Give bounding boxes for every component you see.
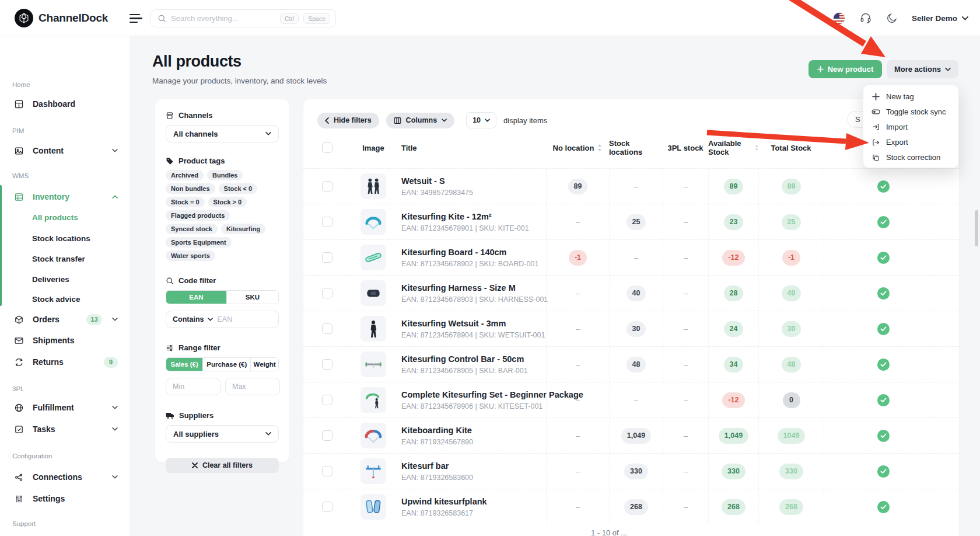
select-all-checkbox[interactable] bbox=[322, 142, 332, 153]
sidebar-item-tasks[interactable]: Tasks bbox=[0, 422, 130, 437]
sidebar-item-dashboard[interactable]: Dashboard bbox=[0, 96, 130, 112]
tag-chip[interactable]: Non bundles bbox=[166, 183, 215, 194]
row-checkbox[interactable] bbox=[322, 430, 332, 441]
product-thumbnail[interactable] bbox=[360, 387, 386, 413]
contains-select[interactable]: Contains bbox=[173, 315, 204, 323]
more-actions-button[interactable]: More actions bbox=[887, 60, 958, 78]
product-thumbnail[interactable] bbox=[360, 209, 386, 235]
global-search[interactable]: Ctrl Space bbox=[150, 9, 336, 27]
clear-all-filters-button[interactable]: Clear all filters bbox=[166, 458, 279, 473]
sidebar-item-returns[interactable]: Returns 9 bbox=[0, 354, 130, 370]
max-input[interactable] bbox=[225, 378, 280, 395]
tag-chip[interactable]: Bundles bbox=[207, 170, 243, 180]
col-header-no-location[interactable]: No location bbox=[546, 144, 609, 152]
tag-chip[interactable]: Water sports bbox=[166, 250, 215, 261]
sidebar-item-stock-locations[interactable]: Stock locations bbox=[0, 231, 130, 246]
tag-chip[interactable]: Stock = 0 bbox=[166, 197, 205, 207]
col-header-3pl-stock[interactable]: 3PL stock bbox=[663, 144, 708, 152]
purchase-tab[interactable]: Purchase (€) bbox=[202, 358, 250, 371]
product-title[interactable]: Kitesurfing Control Bar - 50cm bbox=[401, 354, 546, 364]
sidebar-item-inventory[interactable]: Inventory bbox=[0, 189, 130, 204]
suppliers-select[interactable]: All suppliers bbox=[166, 425, 279, 443]
row-checkbox[interactable] bbox=[322, 181, 332, 192]
min-input[interactable] bbox=[166, 378, 220, 395]
support-headset-icon[interactable] bbox=[859, 12, 872, 25]
sales-tab[interactable]: Sales (€) bbox=[166, 358, 202, 371]
tag-chip[interactable]: Kitesurfing bbox=[221, 224, 265, 234]
stock-locations-value: 40 bbox=[626, 286, 646, 301]
sidebar-item-all-products[interactable]: All products bbox=[0, 210, 130, 225]
chevron-down-icon bbox=[112, 149, 118, 152]
sidebar-item-deliveries[interactable]: Deliveries bbox=[0, 272, 130, 287]
tag-chip[interactable]: Archived bbox=[166, 170, 204, 180]
product-thumbnail[interactable] bbox=[360, 280, 386, 306]
tag-chip[interactable]: Stock < 0 bbox=[219, 183, 258, 194]
product-title[interactable]: Complete Kitesurfing Set - Beginner Pack… bbox=[401, 390, 546, 399]
row-checkbox[interactable] bbox=[322, 466, 332, 476]
row-checkbox[interactable] bbox=[322, 359, 332, 370]
channeldock-logo[interactable]: ChannelDock bbox=[15, 9, 108, 27]
columns-button[interactable]: Columns bbox=[386, 113, 454, 128]
weight-tab[interactable]: Weight bbox=[250, 358, 278, 371]
sku-tab[interactable]: SKU bbox=[226, 291, 278, 304]
search-input[interactable] bbox=[171, 14, 275, 23]
scrollbar-thumb[interactable] bbox=[975, 210, 978, 246]
row-checkbox[interactable] bbox=[322, 323, 332, 334]
user-menu[interactable]: Seller Demo bbox=[912, 14, 968, 23]
tag-chip[interactable]: Flagged products bbox=[166, 210, 230, 221]
ean-filter-input[interactable] bbox=[217, 315, 272, 323]
topbar: ChannelDock Ctrl Space Seller Demo bbox=[0, 0, 980, 36]
product-title[interactable]: Kitesurfing Kite - 12m² bbox=[401, 212, 546, 221]
product-title[interactable]: Kitesurf bar bbox=[401, 461, 546, 471]
product-title[interactable]: Wetsuit - S bbox=[401, 176, 546, 186]
page-size-select[interactable]: 10 bbox=[466, 112, 496, 128]
sidebar-item-fulfillment[interactable]: Fulfillment bbox=[0, 400, 130, 415]
no-location-value: -1 bbox=[569, 250, 587, 266]
col-header-available-stock[interactable]: Available Stock bbox=[708, 139, 758, 156]
sidebar-item-stock-advice[interactable]: Stock advice bbox=[0, 291, 130, 307]
product-title[interactable]: Kiteboarding Kite bbox=[401, 426, 546, 435]
tag-chip[interactable]: Sports Equipment bbox=[166, 237, 232, 248]
row-checkbox[interactable] bbox=[322, 288, 332, 298]
menu-item-toggle-stock-sync[interactable]: Toggle stock sync bbox=[863, 104, 958, 119]
menu-item-stock-correction[interactable]: Stock correction bbox=[863, 150, 958, 165]
row-checkbox[interactable] bbox=[322, 502, 332, 512]
sidebar-item-shipments[interactable]: Shipments bbox=[0, 333, 130, 348]
menu-item-import[interactable]: Import bbox=[863, 119, 958, 134]
sidebar-item-connections[interactable]: Connections bbox=[0, 469, 130, 485]
product-thumbnail[interactable] bbox=[360, 423, 386, 448]
product-thumbnail[interactable] bbox=[360, 458, 386, 484]
channels-select[interactable]: All channels bbox=[166, 125, 279, 142]
product-thumbnail[interactable] bbox=[360, 245, 386, 270]
ean-tab[interactable]: EAN bbox=[166, 291, 226, 304]
sidebar-item-stock-transfer[interactable]: Stock transfer bbox=[0, 251, 130, 266]
menu-item-export[interactable]: Export bbox=[863, 135, 958, 150]
menu-item-new-tag[interactable]: New tag bbox=[863, 89, 958, 104]
filters-panel: Channels All channels Product tags Archi… bbox=[155, 99, 289, 462]
sidebar-item-orders[interactable]: Orders 13 bbox=[0, 312, 130, 327]
product-thumbnail[interactable] bbox=[360, 351, 386, 377]
dark-mode-moon-icon[interactable] bbox=[886, 12, 898, 24]
product-title[interactable]: Kitesurfing Board - 140cm bbox=[401, 248, 546, 257]
row-checkbox[interactable] bbox=[322, 395, 332, 405]
image-icon bbox=[14, 146, 24, 156]
row-checkbox[interactable] bbox=[322, 217, 332, 227]
sidebar-item-content[interactable]: Content bbox=[0, 143, 130, 158]
hide-filters-button[interactable]: Hide filters bbox=[317, 113, 379, 128]
col-header-total-stock[interactable]: Total Stock bbox=[758, 144, 824, 152]
col-header-stock-locations[interactable]: Stock locations bbox=[609, 139, 663, 156]
new-product-button[interactable]: New product bbox=[808, 60, 882, 78]
tag-chip[interactable]: Stock > 0 bbox=[208, 197, 247, 207]
suppliers-label: Suppliers bbox=[166, 411, 279, 420]
sidebar-toggle-icon[interactable] bbox=[130, 14, 144, 23]
product-title[interactable]: Kitesurfing Harness - Size M bbox=[401, 283, 546, 293]
language-flag-icon[interactable] bbox=[833, 12, 845, 25]
product-title[interactable]: Kitesurfing Wetsuit - 3mm bbox=[401, 319, 546, 328]
tag-chip[interactable]: Synced stock bbox=[166, 224, 218, 234]
product-title[interactable]: Upwind kitesurfplank bbox=[401, 497, 546, 506]
row-checkbox[interactable] bbox=[322, 252, 332, 263]
product-thumbnail[interactable] bbox=[360, 316, 386, 342]
sidebar-item-settings[interactable]: Settings bbox=[0, 491, 130, 506]
product-thumbnail[interactable] bbox=[360, 173, 386, 199]
product-thumbnail[interactable] bbox=[360, 494, 386, 520]
